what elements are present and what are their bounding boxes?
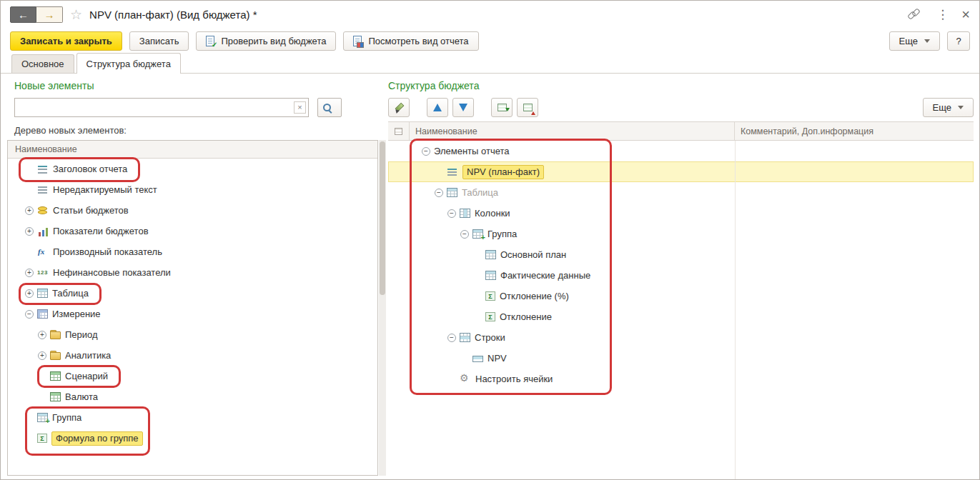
expand-icon[interactable]: + xyxy=(25,206,34,215)
nav-buttons: ← → xyxy=(10,6,63,23)
collapse-all-button[interactable] xyxy=(517,98,538,117)
column-header-name[interactable]: Наименование xyxy=(410,122,735,140)
save-button[interactable]: Записать xyxy=(129,31,189,51)
structure-row-label: Отклонение (%) xyxy=(500,291,569,301)
green-table-icon xyxy=(50,371,61,381)
tree-item-currency[interactable]: Валюта xyxy=(8,386,377,407)
tree-item-group-formula[interactable]: Формула по группе xyxy=(8,428,377,449)
expand-icon[interactable]: + xyxy=(38,331,46,339)
structure-row-configure-cells[interactable]: Настроить ячейки xyxy=(388,369,974,389)
table-icon xyxy=(485,250,496,259)
expand-icon[interactable]: + xyxy=(25,289,34,298)
structure-row-deviation[interactable]: Отклонение xyxy=(388,306,974,327)
tree-item-table[interactable]: + Таблица xyxy=(8,283,377,304)
scrollbar-thumb[interactable] xyxy=(380,141,385,295)
new-elements-tree-caption: Дерево новых элементов: xyxy=(14,125,127,136)
column-header-comment[interactable]: Комментарий, Доп.информация xyxy=(735,122,974,140)
structure-row-group[interactable]: − Группа xyxy=(388,224,974,244)
link-icon[interactable] xyxy=(908,9,919,20)
budget-structure-toolbar: Еще xyxy=(388,98,974,117)
tree-item-budget-items[interactable]: + Статьи бюджетов xyxy=(8,200,377,221)
chevron-down-icon xyxy=(924,39,930,43)
search-input[interactable] xyxy=(14,98,309,117)
tree-item-label: Сценарий xyxy=(65,371,108,381)
tree-item-static-text[interactable]: Нередактируемый текст xyxy=(8,179,377,200)
tree-item-dimension[interactable]: − Измерение xyxy=(8,304,377,324)
table-icon xyxy=(37,289,48,298)
static-text-icon xyxy=(37,185,49,195)
chevron-down-icon xyxy=(958,106,964,109)
tree-item-period[interactable]: + Период xyxy=(8,324,377,345)
pencil-icon xyxy=(394,103,404,113)
structure-row-columns[interactable]: − Колонки xyxy=(388,203,974,224)
preview-report-view-button[interactable]: Посмотреть вид отчета xyxy=(343,31,478,51)
structure-row-table[interactable]: − Таблица xyxy=(388,182,974,203)
preview-report-view-label: Посмотреть вид отчета xyxy=(368,36,468,46)
tree-item-budget-indicators[interactable]: + Показатели бюджетов xyxy=(8,221,377,241)
forward-button[interactable]: → xyxy=(36,6,63,23)
formula-icon xyxy=(485,312,495,321)
expand-icon[interactable]: + xyxy=(25,227,34,236)
derived-indicator-icon xyxy=(37,247,49,257)
tree-item-report-title[interactable]: Заголовок отчета xyxy=(8,159,377,179)
tree-item-label: Статьи бюджетов xyxy=(53,205,129,216)
expand-icon[interactable]: + xyxy=(25,269,34,277)
clear-search-button[interactable]: × xyxy=(294,101,306,114)
structure-row-rows[interactable]: − Строки xyxy=(388,327,974,348)
collapse-icon[interactable]: − xyxy=(422,147,430,156)
collapse-icon[interactable]: − xyxy=(25,310,34,319)
structure-row-report-elements[interactable]: − Элементы отчета xyxy=(388,141,974,161)
save-and-close-button[interactable]: Записать и закрыть xyxy=(10,31,122,51)
budget-structure-title: Структура бюджета xyxy=(388,80,479,91)
titlebar-actions: ⋮ × xyxy=(908,7,970,22)
tree-item-label: Формула по группе xyxy=(51,431,143,446)
report-title-icon xyxy=(447,167,458,177)
expand-all-button[interactable] xyxy=(491,98,513,117)
favorite-star-icon[interactable]: ☆ xyxy=(70,6,82,23)
new-elements-title: Новые элементы xyxy=(14,80,94,91)
structure-row-deviation-percent[interactable]: Отклонение (%) xyxy=(388,286,974,306)
collapse-icon[interactable]: − xyxy=(447,209,456,218)
move-up-button[interactable] xyxy=(427,98,448,117)
back-button[interactable]: ← xyxy=(10,6,36,23)
search-button[interactable] xyxy=(317,98,342,117)
tab-main[interactable]: Основное xyxy=(11,54,74,73)
structure-row-npv[interactable]: NPV xyxy=(388,348,974,369)
collapse-icon[interactable]: − xyxy=(460,230,469,239)
structure-row-actual-data[interactable]: Фактические данные xyxy=(388,265,974,286)
help-button[interactable]: ? xyxy=(947,31,970,51)
tree-item-group[interactable]: Группа xyxy=(8,407,377,428)
structure-row-label: Таблица xyxy=(462,187,498,198)
tree-item-label: Группа xyxy=(52,412,81,423)
tree-item-analytics[interactable]: + Аналитика xyxy=(8,345,377,366)
structure-row-npv-plan-fact[interactable]: NPV (план-факт) xyxy=(388,161,974,182)
structure-row-label: Элементы отчета xyxy=(434,146,510,156)
tree-item-nonfinancial[interactable]: + Нефинансовые показатели xyxy=(8,262,377,283)
tree-item-derived-indicator[interactable]: Производный показатель xyxy=(8,241,377,262)
close-icon[interactable]: × xyxy=(961,7,970,21)
tab-budget-structure[interactable]: Структура бюджета xyxy=(76,53,181,74)
forward-arrow-icon: → xyxy=(44,9,55,20)
check-document-icon xyxy=(206,36,214,46)
edit-button[interactable] xyxy=(388,98,410,117)
expand-icon[interactable]: + xyxy=(38,351,46,360)
tree-item-label: Нефинансовые показатели xyxy=(53,267,171,278)
kebab-menu-icon[interactable]: ⋮ xyxy=(936,7,949,22)
structure-row-label: Фактические данные xyxy=(500,270,590,281)
toolbar-more-button[interactable]: Еще xyxy=(889,31,940,51)
toolbar-more-label: Еще xyxy=(899,36,918,46)
tree-item-scenario[interactable]: Сценарий xyxy=(8,366,377,386)
structure-more-button[interactable]: Еще xyxy=(923,98,974,117)
grid-body: − Элементы отчета NPV (план-факт) − Табл… xyxy=(388,141,974,480)
row-icon xyxy=(472,356,483,362)
structure-row-main-plan[interactable]: Основной план xyxy=(388,244,974,265)
collapse-icon[interactable]: − xyxy=(435,189,443,197)
collapse-icon[interactable]: − xyxy=(447,334,456,342)
move-down-button[interactable] xyxy=(452,98,474,117)
row-marker-column-header[interactable] xyxy=(388,122,410,140)
search-row: × xyxy=(14,98,342,117)
folder-icon xyxy=(50,352,61,361)
gear-icon xyxy=(460,374,471,384)
check-budget-view-button[interactable]: Проверить вид бюджета xyxy=(196,31,336,51)
left-tree-scrollbar[interactable] xyxy=(379,140,386,476)
